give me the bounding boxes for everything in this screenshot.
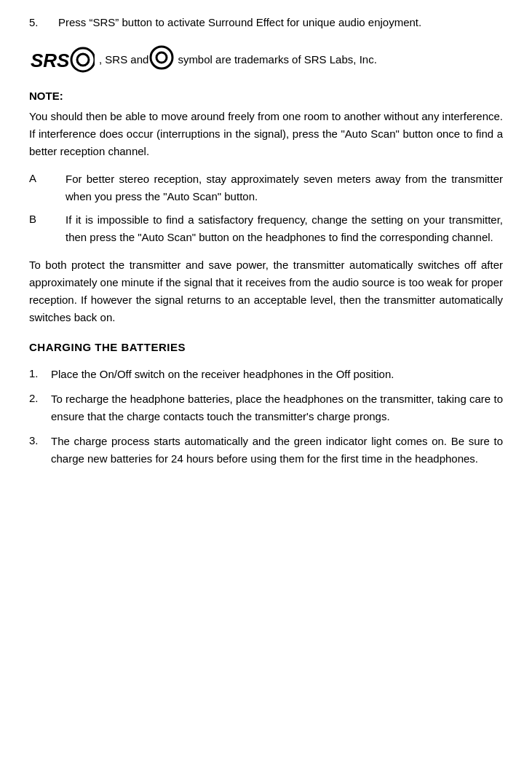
ab-section: A For better stereo reception, stay appr… bbox=[29, 170, 503, 246]
note-body: You should then be able to move around f… bbox=[29, 108, 503, 160]
charging-num-2: 2. bbox=[29, 390, 51, 407]
srs-logo-svg: SRS bbox=[29, 47, 95, 73]
step5-text: Press “SRS” button to activate Surround … bbox=[58, 15, 503, 31]
svg-point-2 bbox=[77, 54, 89, 66]
step5-number: 5. bbox=[29, 15, 58, 31]
srs-small-circle-svg bbox=[148, 44, 175, 71]
ab-item-b: B If it is impossible to find a satisfac… bbox=[29, 211, 503, 246]
ab-label-b: B bbox=[29, 211, 65, 246]
charging-text-2: To recharge the headphone batteries, pla… bbox=[51, 390, 503, 425]
svg-text:SRS: SRS bbox=[31, 50, 70, 71]
ab-text-a: For better stereo reception, stay approx… bbox=[65, 170, 503, 205]
charging-title: CHARGING THE BATTERIES bbox=[29, 339, 503, 356]
charging-num-3: 3. bbox=[29, 433, 51, 449]
srs-trademark-text: symbol are trademarks of SRS Labs, Inc. bbox=[178, 52, 376, 68]
ab-item-a: A For better stereo reception, stay appr… bbox=[29, 170, 503, 205]
charging-num-1: 1. bbox=[29, 366, 51, 382]
ab-text-b: If it is impossible to find a satisfacto… bbox=[65, 211, 503, 246]
charging-item-3: 3. The charge process starts automatical… bbox=[29, 433, 503, 468]
srs-trademark-line: SRS , SRS and symbol are trademarks of S… bbox=[29, 44, 503, 76]
step5-container: 5. Press “SRS” button to activate Surrou… bbox=[29, 15, 503, 31]
svg-point-4 bbox=[156, 52, 167, 63]
charging-text-1: Place the On/Off switch on the receiver … bbox=[51, 366, 503, 383]
charging-text-3: The charge process starts automatically … bbox=[51, 433, 503, 468]
note-title: NOTE: bbox=[29, 88, 503, 105]
charging-item-2: 2. To recharge the headphone batteries, … bbox=[29, 390, 503, 425]
charging-list: 1. Place the On/Off switch on the receiv… bbox=[29, 366, 503, 468]
svg-point-3 bbox=[151, 47, 172, 68]
ab-label-a: A bbox=[29, 170, 65, 205]
svg-point-1 bbox=[71, 48, 95, 71]
srs-logo: SRS bbox=[29, 47, 95, 73]
srs-circle-symbol bbox=[148, 44, 175, 76]
charging-item-1: 1. Place the On/Off switch on the receiv… bbox=[29, 366, 503, 383]
srs-and-text: , SRS and bbox=[99, 52, 148, 68]
note-section: NOTE: You should then be able to move ar… bbox=[29, 88, 503, 160]
power-section: To both protect the transmitter and save… bbox=[29, 256, 503, 326]
